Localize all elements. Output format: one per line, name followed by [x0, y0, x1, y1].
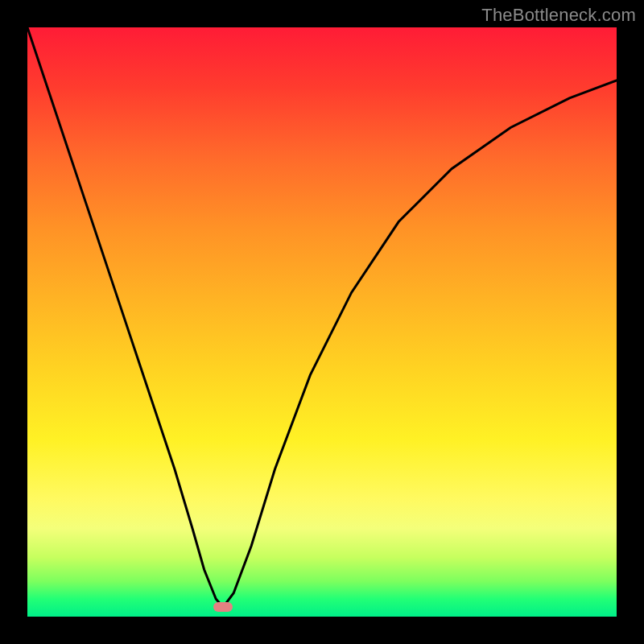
- plot-area: [27, 27, 617, 617]
- chart-frame: TheBottleneck.com: [0, 0, 644, 644]
- watermark-text: TheBottleneck.com: [481, 5, 636, 26]
